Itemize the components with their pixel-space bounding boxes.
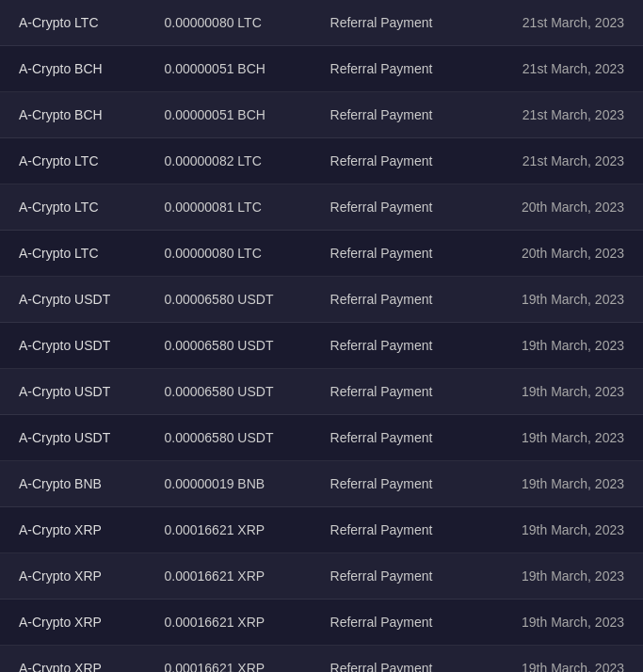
- type-cell: Referral Payment: [319, 184, 476, 231]
- amount-cell: 0.00006580 USDT: [153, 277, 319, 323]
- coin-cell: A-Crypto USDT: [0, 415, 153, 461]
- date-cell: 21st March, 2023: [476, 92, 643, 138]
- coin-cell: A-Crypto XRP: [0, 553, 153, 600]
- type-cell: Referral Payment: [319, 461, 476, 507]
- date-cell: 19th March, 2023: [476, 507, 643, 553]
- type-cell: Referral Payment: [319, 600, 476, 646]
- type-cell: Referral Payment: [319, 46, 476, 92]
- date-cell: 21st March, 2023: [476, 46, 643, 92]
- coin-cell: A-Crypto BCH: [0, 92, 153, 138]
- amount-cell: 0.00006580 USDT: [153, 415, 319, 461]
- table-row: A-Crypto LTC0.00000082 LTCReferral Payme…: [0, 138, 643, 184]
- table-row: A-Crypto BCH0.00000051 BCHReferral Payme…: [0, 92, 643, 138]
- type-cell: Referral Payment: [319, 0, 476, 46]
- type-cell: Referral Payment: [319, 231, 476, 277]
- type-cell: Referral Payment: [319, 92, 476, 138]
- date-cell: 19th March, 2023: [476, 553, 643, 600]
- table-row: A-Crypto XRP0.00016621 XRPReferral Payme…: [0, 553, 643, 600]
- date-cell: 19th March, 2023: [476, 323, 643, 369]
- amount-cell: 0.00016621 XRP: [153, 600, 319, 646]
- table-row: A-Crypto LTC0.00000080 LTCReferral Payme…: [0, 231, 643, 277]
- amount-cell: 0.00016621 XRP: [153, 507, 319, 553]
- coin-cell: A-Crypto LTC: [0, 138, 153, 184]
- coin-cell: A-Crypto BNB: [0, 461, 153, 507]
- table-row: A-Crypto BCH0.00000051 BCHReferral Payme…: [0, 46, 643, 92]
- type-cell: Referral Payment: [319, 369, 476, 415]
- date-cell: 20th March, 2023: [476, 231, 643, 277]
- table-row: A-Crypto USDT0.00006580 USDTReferral Pay…: [0, 369, 643, 415]
- amount-cell: 0.00016621 XRP: [153, 553, 319, 600]
- type-cell: Referral Payment: [319, 507, 476, 553]
- amount-cell: 0.00000080 LTC: [153, 231, 319, 277]
- date-cell: 20th March, 2023: [476, 184, 643, 231]
- amount-cell: 0.00000081 LTC: [153, 184, 319, 231]
- amount-cell: 0.00000080 LTC: [153, 0, 319, 46]
- date-cell: 19th March, 2023: [476, 277, 643, 323]
- coin-cell: A-Crypto XRP: [0, 600, 153, 646]
- amount-cell: 0.00016621 XRP: [153, 646, 319, 673]
- coin-cell: A-Crypto USDT: [0, 369, 153, 415]
- table-row: A-Crypto USDT0.00006580 USDTReferral Pay…: [0, 277, 643, 323]
- coin-cell: A-Crypto XRP: [0, 646, 153, 673]
- date-cell: 19th March, 2023: [476, 646, 643, 673]
- table-row: A-Crypto USDT0.00006580 USDTReferral Pay…: [0, 415, 643, 461]
- coin-cell: A-Crypto BCH: [0, 46, 153, 92]
- amount-cell: 0.00000082 LTC: [153, 138, 319, 184]
- coin-cell: A-Crypto LTC: [0, 0, 153, 46]
- table-row: A-Crypto XRP0.00016621 XRPReferral Payme…: [0, 507, 643, 553]
- date-cell: 19th March, 2023: [476, 461, 643, 507]
- date-cell: 19th March, 2023: [476, 369, 643, 415]
- type-cell: Referral Payment: [319, 415, 476, 461]
- type-cell: Referral Payment: [319, 277, 476, 323]
- type-cell: Referral Payment: [319, 553, 476, 600]
- date-cell: 21st March, 2023: [476, 138, 643, 184]
- coin-cell: A-Crypto XRP: [0, 507, 153, 553]
- table-row: A-Crypto LTC0.00000080 LTCReferral Payme…: [0, 0, 643, 46]
- table-row: A-Crypto XRP0.00016621 XRPReferral Payme…: [0, 646, 643, 673]
- amount-cell: 0.00000051 BCH: [153, 46, 319, 92]
- coin-cell: A-Crypto LTC: [0, 184, 153, 231]
- table-row: A-Crypto LTC0.00000081 LTCReferral Payme…: [0, 184, 643, 231]
- date-cell: 19th March, 2023: [476, 415, 643, 461]
- amount-cell: 0.00000019 BNB: [153, 461, 319, 507]
- coin-cell: A-Crypto LTC: [0, 231, 153, 277]
- transactions-table-container: A-Crypto LTC0.00000080 LTCReferral Payme…: [0, 0, 643, 672]
- type-cell: Referral Payment: [319, 646, 476, 673]
- amount-cell: 0.00006580 USDT: [153, 323, 319, 369]
- date-cell: 19th March, 2023: [476, 600, 643, 646]
- table-row: A-Crypto BNB0.00000019 BNBReferral Payme…: [0, 461, 643, 507]
- type-cell: Referral Payment: [319, 323, 476, 369]
- date-cell: 21st March, 2023: [476, 0, 643, 46]
- table-row: A-Crypto USDT0.00006580 USDTReferral Pay…: [0, 323, 643, 369]
- amount-cell: 0.00000051 BCH: [153, 92, 319, 138]
- coin-cell: A-Crypto USDT: [0, 323, 153, 369]
- coin-cell: A-Crypto USDT: [0, 277, 153, 323]
- amount-cell: 0.00006580 USDT: [153, 369, 319, 415]
- type-cell: Referral Payment: [319, 138, 476, 184]
- table-row: A-Crypto XRP0.00016621 XRPReferral Payme…: [0, 600, 643, 646]
- transactions-table: A-Crypto LTC0.00000080 LTCReferral Payme…: [0, 0, 643, 672]
